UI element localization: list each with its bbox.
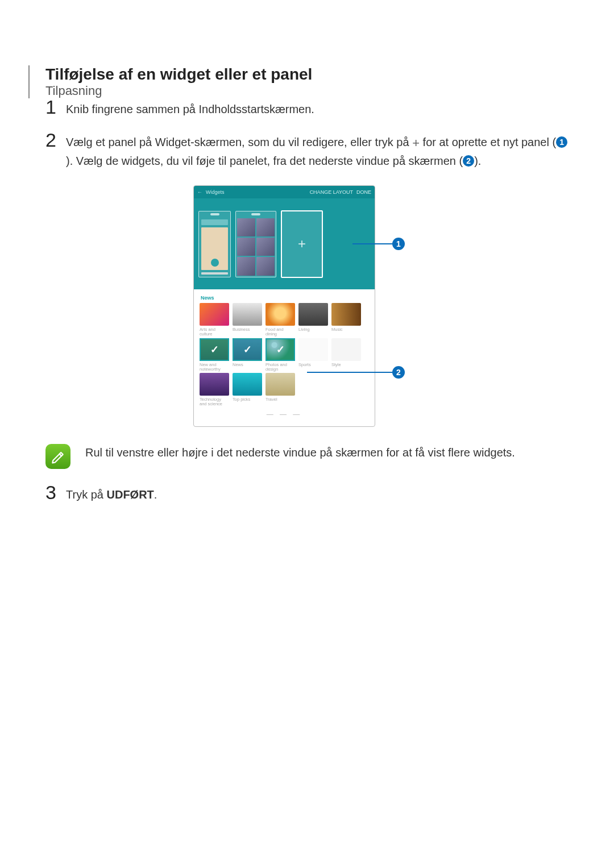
widget-item[interactable]: Technology and science xyxy=(200,373,229,407)
text-part: for at oprette et nyt panel ( xyxy=(420,136,556,148)
category-label: News xyxy=(201,295,368,301)
widget-caption: New and noteworthy xyxy=(200,363,229,372)
note-block: Rul til venstre eller højre i det neders… xyxy=(45,444,569,469)
text-part: ). xyxy=(474,155,481,167)
panel-strip: + xyxy=(194,198,375,289)
widget-caption: Technology and science xyxy=(200,397,229,407)
breadcrumb: Tilpasning xyxy=(45,84,102,98)
note-icon xyxy=(45,444,70,469)
widget-caption: Business xyxy=(233,327,262,337)
back-icon[interactable]: ← xyxy=(197,189,202,195)
note-text: Rul til venstre eller højre i det neders… xyxy=(85,444,515,461)
widget-thumb xyxy=(233,303,262,326)
plus-icon: + xyxy=(298,211,306,277)
widget-item[interactable]: Living xyxy=(298,303,328,337)
widget-thumb xyxy=(331,303,361,326)
widget-caption: Travel xyxy=(265,397,295,406)
widget-item[interactable]: Arts and culture xyxy=(200,303,229,337)
widget-item[interactable]: Business xyxy=(233,303,262,337)
widget-thumb xyxy=(233,338,262,361)
widget-thumb xyxy=(265,303,295,326)
step-number: 1 xyxy=(45,97,66,117)
widget-rows-container: Arts and cultureBusinessFood and diningL… xyxy=(197,303,371,407)
step-number: 3 xyxy=(45,483,66,502)
panel-existing-1[interactable] xyxy=(198,211,231,277)
widget-item[interactable]: Photos and design xyxy=(265,338,295,372)
widget-thumb xyxy=(331,338,361,361)
widget-caption: Food and dining xyxy=(265,327,295,337)
widget-caption: Arts and culture xyxy=(200,327,229,337)
widget-caption: Living xyxy=(298,327,328,337)
step-text: Vælg et panel på Widget-skærmen, som du … xyxy=(66,134,569,169)
widget-thumb xyxy=(200,303,229,326)
widget-picker: News Arts and cultureBusinessFood and di… xyxy=(194,289,375,426)
widget-thumb xyxy=(298,338,328,361)
text-part: Vælg et panel på Widget-skærmen, som du … xyxy=(66,136,412,148)
text-part: . xyxy=(154,488,157,501)
widget-thumb xyxy=(233,373,262,396)
widget-thumb xyxy=(298,303,328,326)
widget-thumb xyxy=(265,373,295,396)
widget-caption: Music xyxy=(331,327,361,337)
bold-word: UDFØRT xyxy=(107,488,154,501)
device-topbar: ← Widgets CHANGE LAYOUT DONE xyxy=(194,186,375,198)
widget-item[interactable]: Travel xyxy=(265,373,295,407)
step-text: Tryk på UDFØRT. xyxy=(66,486,569,503)
widget-item[interactable]: Top picks xyxy=(233,373,262,407)
widget-caption: News xyxy=(233,363,262,372)
topbar-title: Widgets xyxy=(206,189,225,195)
widget-caption: Top picks xyxy=(233,397,262,406)
widget-item[interactable]: Music xyxy=(331,303,361,337)
topbar-change-layout[interactable]: CHANGE LAYOUT xyxy=(310,189,353,195)
page-title: Tilføjelse af en widget eller et panel xyxy=(45,65,569,84)
text-part: Tryk på xyxy=(66,488,107,501)
callout-bullet-1: 1 xyxy=(556,136,567,148)
topbar-done[interactable]: DONE xyxy=(356,189,371,195)
widget-item[interactable]: New and noteworthy xyxy=(200,338,229,372)
device-frame: ← Widgets CHANGE LAYOUT DONE xyxy=(193,185,375,427)
device-figure: ← Widgets CHANGE LAYOUT DONE xyxy=(193,185,421,427)
widget-row: Arts and cultureBusinessFood and diningL… xyxy=(197,303,371,337)
figure-callout-2: 2 xyxy=(392,366,405,379)
panel-existing-2[interactable] xyxy=(235,211,276,277)
callout-bullet-2: 2 xyxy=(463,155,474,167)
text-part: ). Vælg de widgets, du vil føje til pane… xyxy=(66,155,463,167)
header-rule xyxy=(28,65,30,98)
panel-add-new[interactable]: + xyxy=(281,210,323,278)
plus-icon: + xyxy=(412,134,420,152)
widget-item[interactable]: News xyxy=(233,338,262,372)
step-1: 1 Knib fingrene sammen på Indholdsstarts… xyxy=(45,101,569,118)
widget-thumb xyxy=(200,338,229,361)
figure-callout-1: 1 xyxy=(392,238,405,250)
pager-dots: — — — xyxy=(197,408,371,418)
widget-thumb xyxy=(265,338,295,361)
step-text: Knib fingrene sammen på Indholdsstartskæ… xyxy=(66,101,569,118)
step-number: 2 xyxy=(45,130,66,149)
step-2: 2 Vælg et panel på Widget-skærmen, som d… xyxy=(45,134,569,169)
widget-item[interactable]: Food and dining xyxy=(265,303,295,337)
widget-caption: Photos and design xyxy=(265,363,295,372)
widget-thumb xyxy=(200,373,229,396)
step-3: 3 Tryk på UDFØRT. xyxy=(45,486,569,503)
